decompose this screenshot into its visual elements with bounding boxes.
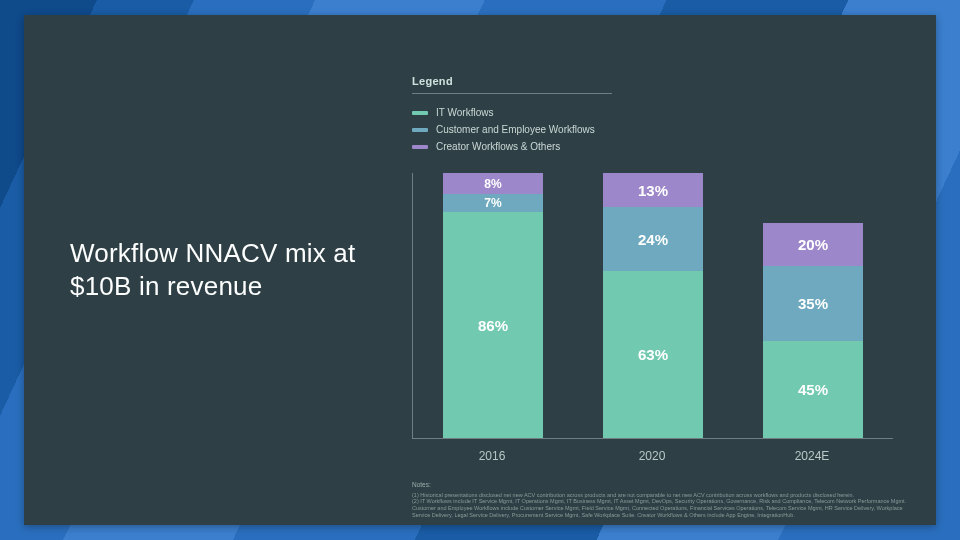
footnotes-heading: Notes: bbox=[412, 481, 917, 489]
legend-label-cr: Creator Workflows & Others bbox=[436, 138, 560, 155]
seg-2016-ce: 7% bbox=[443, 194, 543, 212]
bar-2016: 8% 7% 86% bbox=[443, 173, 543, 438]
footnote-1: (1) Historical presentations disclosed n… bbox=[412, 492, 917, 499]
seg-2020-cr: 13% bbox=[603, 173, 703, 207]
bar-2024e: 20% 35% 45% bbox=[763, 173, 863, 438]
xlabel-2020: 2020 bbox=[602, 449, 702, 463]
swatch-it-icon bbox=[412, 111, 428, 115]
xlabel-2016: 2016 bbox=[442, 449, 542, 463]
legend-item-cr: Creator Workflows & Others bbox=[412, 138, 907, 155]
swatch-ce-icon bbox=[412, 128, 428, 132]
legend-divider bbox=[412, 93, 612, 94]
seg-2024e-it: 45% bbox=[763, 341, 863, 438]
slide: Workflow NNACV mix at $10B in revenue Le… bbox=[24, 15, 936, 525]
plot-area: 8% 7% 86% 13% 24% 63% 20% 35% 45% bbox=[412, 173, 893, 439]
swatch-cr-icon bbox=[412, 145, 428, 149]
seg-2024e-cr: 20% bbox=[763, 223, 863, 266]
legend-label-ce: Customer and Employee Workflows bbox=[436, 121, 595, 138]
legend-list: IT Workflows Customer and Employee Workf… bbox=[412, 104, 907, 155]
seg-2024e-ce: 35% bbox=[763, 266, 863, 341]
x-axis-labels: 2016 2020 2024E bbox=[412, 449, 892, 463]
seg-2020-ce: 24% bbox=[603, 207, 703, 271]
legend-item-ce: Customer and Employee Workflows bbox=[412, 121, 907, 138]
title-block: Workflow NNACV mix at $10B in revenue bbox=[70, 237, 380, 302]
footnote-2: (2) IT Workflows include IT Service Mgmt… bbox=[412, 498, 917, 519]
seg-2016-it: 86% bbox=[443, 212, 543, 438]
bar-2020: 13% 24% 63% bbox=[603, 173, 703, 438]
slide-title: Workflow NNACV mix at $10B in revenue bbox=[70, 237, 380, 302]
footnotes: Notes: (1) Historical presentations disc… bbox=[412, 481, 917, 519]
chart-area: Legend IT Workflows Customer and Employe… bbox=[412, 75, 907, 500]
legend-heading: Legend bbox=[412, 75, 907, 87]
xlabel-2024e: 2024E bbox=[762, 449, 862, 463]
seg-2020-it: 63% bbox=[603, 271, 703, 438]
seg-2016-cr: 8% bbox=[443, 173, 543, 194]
legend-item-it: IT Workflows bbox=[412, 104, 907, 121]
legend-label-it: IT Workflows bbox=[436, 104, 493, 121]
